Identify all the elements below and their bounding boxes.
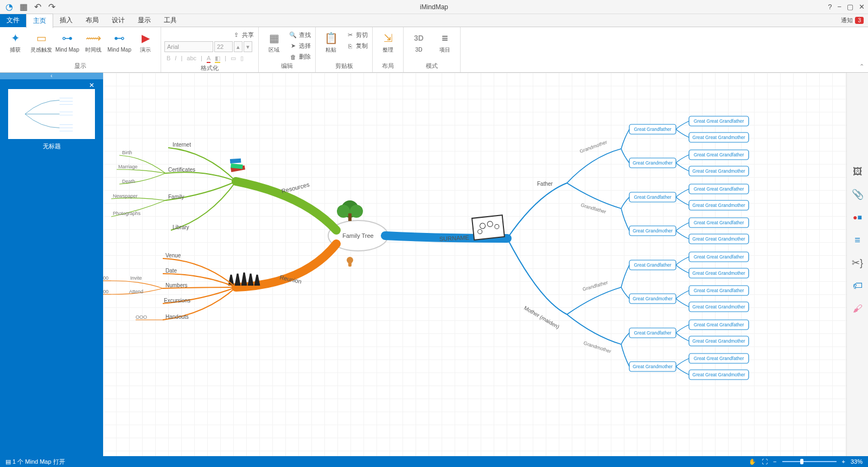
rtool-brush-icon[interactable]: 🖌 bbox=[851, 302, 864, 315]
sidebar-collapse[interactable]: ‹ bbox=[0, 73, 103, 79]
notify-label[interactable]: 通知 bbox=[841, 16, 855, 24]
svg-text:Great Great Grandmother: Great Great Grandmother bbox=[692, 236, 745, 242]
sb-hand-icon[interactable]: ✋ bbox=[749, 458, 756, 465]
thumb-close-icon[interactable]: ✕ bbox=[89, 81, 94, 89]
help-icon[interactable]: ? bbox=[828, 3, 832, 11]
svg-text:Great Grandmother: Great Grandmother bbox=[633, 228, 673, 234]
btn-find[interactable]: 🔍查找 bbox=[288, 30, 312, 40]
qat-undo-icon[interactable]: ↶ bbox=[33, 2, 42, 12]
btn-tidy[interactable]: ⇲整理 bbox=[376, 29, 400, 53]
qat-redo-icon[interactable]: ↷ bbox=[47, 2, 56, 12]
btn-capture[interactable]: ✦捕获 bbox=[3, 29, 27, 53]
sb-zoom-in-icon[interactable]: + bbox=[842, 458, 845, 465]
sb-fit-icon[interactable]: ⛶ bbox=[762, 458, 768, 465]
btn-select[interactable]: ➤选择 bbox=[288, 41, 312, 51]
node-numbers: Numbers bbox=[165, 282, 188, 288]
node-ooo: OOO bbox=[136, 314, 147, 320]
svg-text:Grandmother: Grandmother bbox=[579, 139, 608, 154]
rtool-snippet-icon[interactable]: ✂} bbox=[851, 256, 864, 269]
tab-view[interactable]: 显示 bbox=[131, 14, 157, 27]
btn-delete[interactable]: 🗑删除 bbox=[288, 52, 312, 61]
strike-icon[interactable]: abc bbox=[187, 55, 196, 63]
font-color-icon[interactable]: A bbox=[207, 55, 210, 63]
node-photographs: Photographs bbox=[113, 211, 141, 216]
svg-text:Grandmother: Grandmother bbox=[583, 340, 612, 354]
fill-color-icon[interactable]: ◧ bbox=[215, 55, 220, 63]
tab-design[interactable]: 设计 bbox=[105, 14, 131, 27]
tab-tool[interactable]: 工具 bbox=[157, 14, 183, 27]
svg-text:Great Grandmother: Great Grandmother bbox=[633, 296, 673, 301]
node-birth: Birth bbox=[122, 150, 132, 155]
btn-present[interactable]: ▶演示 bbox=[133, 29, 157, 53]
svg-text:Great Great Grandfather: Great Great Grandfather bbox=[694, 288, 744, 293]
tab-insert[interactable]: 插入 bbox=[53, 14, 79, 27]
rtool-list-icon[interactable]: ≡ bbox=[851, 234, 864, 247]
node-death: Death bbox=[122, 179, 135, 184]
qat-logo-icon[interactable]: ◔ bbox=[4, 2, 14, 12]
font-dec-icon[interactable]: ▾ bbox=[244, 41, 252, 52]
btn-mindmap[interactable]: ⊶Mind Map bbox=[55, 29, 79, 53]
svg-text:Great Great Grandmother: Great Great Grandmother bbox=[692, 168, 745, 174]
titlebar: ◔ ▦ ↶ ↷ iMindMap ? − ▢ ✕ bbox=[0, 0, 868, 14]
btn-cut[interactable]: ✂剪切 bbox=[345, 30, 369, 40]
bold-icon[interactable]: B bbox=[167, 55, 170, 63]
qat-save-icon[interactable]: ▦ bbox=[18, 2, 28, 12]
svg-rect-20 bbox=[472, 215, 505, 240]
notify-badge[interactable]: 3 bbox=[855, 17, 864, 24]
sb-zoom-out-icon[interactable]: − bbox=[773, 458, 776, 465]
mindmap-svg: Family Tree Resources Internet Certifica… bbox=[103, 73, 846, 456]
zoom-slider[interactable] bbox=[782, 461, 837, 462]
tab-home[interactable]: 主页 bbox=[26, 14, 53, 28]
btn-region[interactable]: ▦区域 bbox=[262, 29, 286, 53]
tab-file[interactable]: 文件 bbox=[0, 14, 26, 27]
btn-timeline[interactable]: ⟿时间线 bbox=[81, 29, 105, 53]
svg-text:Great Great Grandmother: Great Great Grandmother bbox=[692, 338, 745, 344]
rtool-shapes-icon[interactable]: ●■ bbox=[851, 211, 864, 224]
svg-text:Great Great Grandfather: Great Great Grandfather bbox=[694, 356, 744, 361]
app-title: iMindMap bbox=[420, 3, 448, 11]
italic-icon[interactable]: I bbox=[175, 55, 176, 63]
font-inc-icon[interactable]: ▴ bbox=[234, 41, 242, 52]
border-icon[interactable]: ▭ bbox=[231, 55, 236, 63]
sb-map-icon[interactable]: ▤ bbox=[5, 458, 11, 465]
svg-text:Great Grandfather: Great Grandfather bbox=[634, 330, 672, 336]
btn-3d[interactable]: 3D3D bbox=[407, 29, 431, 53]
font-family-select[interactable]: Arial bbox=[164, 41, 213, 52]
cut-icon: ✂ bbox=[346, 31, 354, 39]
font-size-select[interactable]: 22 bbox=[214, 41, 233, 52]
share-label[interactable]: 共享 bbox=[242, 31, 254, 39]
rtool-attach-icon[interactable]: 📎 bbox=[851, 188, 864, 201]
thumbnail[interactable] bbox=[8, 89, 95, 139]
node-internet: Internet bbox=[173, 142, 191, 148]
btn-project[interactable]: ≡项目 bbox=[433, 29, 457, 53]
btn-copy[interactable]: ⎘复制 bbox=[345, 41, 369, 51]
svg-text:Great Great Grandmother: Great Great Grandmother bbox=[692, 372, 745, 377]
svg-text:Great Grandfather: Great Grandfather bbox=[634, 262, 672, 268]
rtool-tag-icon[interactable]: 🏷 bbox=[851, 279, 864, 292]
svg-text:Great Great Grandfather: Great Great Grandfather bbox=[694, 322, 744, 327]
svg-text:Great Grandfather: Great Grandfather bbox=[634, 127, 672, 132]
tab-layout[interactable]: 布局 bbox=[79, 14, 105, 27]
center-label: Family Tree bbox=[342, 232, 373, 239]
svg-text:Grandfather: Grandfather bbox=[582, 280, 609, 292]
btn-mindmap2[interactable]: ⊷Mind Map bbox=[107, 29, 131, 53]
copy-icon: ⎘ bbox=[346, 42, 354, 50]
btn-inspire[interactable]: ▭灵感触发 bbox=[29, 29, 53, 53]
border2-icon[interactable]: ▯ bbox=[240, 55, 244, 63]
node-certificates: Certificates bbox=[168, 167, 195, 173]
minimize-icon[interactable]: − bbox=[837, 3, 841, 11]
grp-edit-label: 编辑 bbox=[262, 62, 312, 71]
btn-paste[interactable]: 📋粘贴 bbox=[319, 29, 343, 53]
svg-text:Great Great Grandmother: Great Great Grandmother bbox=[692, 135, 745, 140]
trash-icon: 🗑 bbox=[289, 53, 297, 61]
node-date: Date bbox=[165, 268, 177, 274]
maximize-icon[interactable]: ▢ bbox=[847, 3, 853, 11]
grp-clip-label: 剪贴板 bbox=[319, 62, 369, 71]
ribbon-collapse-icon[interactable]: ⌃ bbox=[855, 27, 868, 72]
svg-text:Great Grandmother: Great Grandmother bbox=[633, 364, 673, 369]
right-toolbar: 🖼 📎 ●■ ≡ ✂} 🏷 🖌 bbox=[846, 73, 868, 456]
close-icon[interactable]: ✕ bbox=[859, 3, 865, 11]
rtool-image-icon[interactable]: 🖼 bbox=[851, 165, 864, 178]
canvas[interactable]: Family Tree Resources Internet Certifica… bbox=[103, 73, 846, 456]
ribbon: ✦捕获 ▭灵感触发 ⊶Mind Map ⟿时间线 ⊷Mind Map ▶演示 显… bbox=[0, 27, 868, 73]
